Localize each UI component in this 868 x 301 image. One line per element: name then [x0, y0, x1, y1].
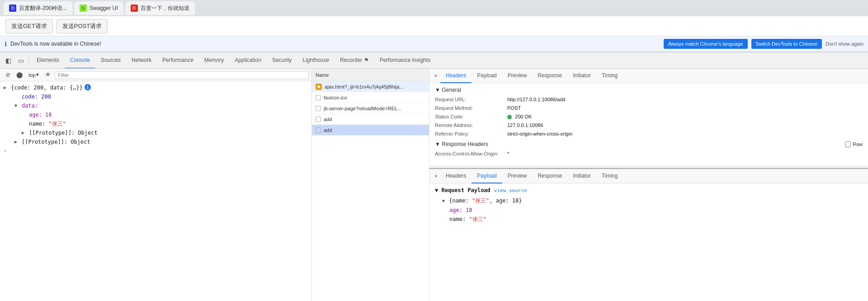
remote-label: Remote Address: [435, 122, 507, 129]
tab-performance[interactable]: Performance [157, 52, 199, 69]
acl-value: * [507, 150, 509, 157]
detail-tab-preview[interactable]: Preview [502, 69, 533, 83]
url-value: http://127.0.0.1:10086/add [507, 96, 565, 103]
network-item-jb[interactable]: jb-server-page?reloadMode=REL... [312, 103, 429, 114]
payload-line-1: ▼ {name: "张三", age: 18} [435, 196, 863, 206]
url-label: Request URL: [435, 96, 507, 103]
console-text-2: code: 200 [22, 93, 51, 100]
tab-recorder[interactable]: Recorder ⚑ [335, 52, 374, 69]
detail-row-remote: Remote Address: 127.0.0.1:10086 [435, 122, 863, 129]
browser-tab-3[interactable]: 百 百度一下，你就知道 [125, 1, 195, 15]
devtools-icon-device[interactable]: ▭ [14, 54, 27, 67]
payload-tab-response[interactable]: Response [532, 169, 567, 183]
network-item-checkbox-5[interactable] [316, 127, 321, 133]
network-name-column: Name [316, 72, 329, 78]
acl-label: Access-Control-Allow-Origin: [435, 150, 507, 157]
response-headers-header[interactable]: ▼ Response Headers Raw [435, 141, 863, 147]
console-panel: ⊘ ⬤ top ▾ 👁 ▶ {code: 200, data: {…}} i [0, 69, 312, 301]
detail-close-button[interactable]: × [431, 71, 440, 80]
status-label: Status Code: [435, 113, 507, 120]
detail-tab-initiator[interactable]: Initiator [567, 69, 596, 83]
tab-application[interactable]: Application [229, 52, 267, 69]
stop-recording-button[interactable]: ⬤ [14, 70, 24, 80]
expand-toggle-1[interactable]: ▶ [4, 84, 6, 91]
console-text-1: {code: 200, data: {…}} [11, 84, 83, 91]
referrer-label: Referrer Policy: [435, 130, 507, 137]
network-item-add-1[interactable]: add [312, 114, 429, 125]
tab-console[interactable]: Console [65, 52, 95, 69]
console-text-5: name: "张三" [29, 120, 66, 127]
payload-text-2: age: 18 [449, 207, 472, 213]
referrer-value: strict-origin-when-cross-origin [507, 130, 572, 137]
payload-toggle-1[interactable]: ▼ [442, 198, 445, 203]
payload-overlay: × Headers Payload Preview Response Initi… [429, 168, 868, 301]
devtools-notice-bar: ℹ DevTools is now available in Chinese! … [0, 36, 868, 52]
tab-separator [29, 56, 29, 65]
tab-lighthouse[interactable]: Lighthouse [297, 52, 335, 69]
console-line-4: age: 18 [0, 110, 311, 119]
notice-text: DevTools is now available in Chinese! [10, 41, 660, 47]
tab-security[interactable]: Security [267, 52, 297, 69]
network-item-checkbox-3[interactable] [316, 106, 321, 111]
devtools-icon-inspect[interactable]: ◧ [2, 54, 14, 67]
expand-toggle-6[interactable]: ▶ [22, 129, 24, 136]
console-filter-input[interactable] [55, 71, 309, 79]
general-section-header[interactable]: ▼ General [435, 87, 863, 93]
console-output: ▶ {code: 200, data: {…}} i code: 200 ▼ d… [0, 81, 311, 301]
network-item-name-5: add [324, 127, 425, 133]
tab-memory[interactable]: Memory [199, 52, 229, 69]
eye-filter-button[interactable]: 👁 [43, 70, 53, 80]
payload-tab-payload[interactable]: Payload [472, 169, 502, 183]
network-item-name-2: favicon.ico [324, 95, 425, 100]
console-text-7: [[Prototype]]: Object [22, 138, 90, 146]
detail-tab-headers[interactable]: Headers [440, 69, 472, 83]
tab-icon-baidu2: 百 [131, 5, 138, 12]
raw-checkbox[interactable] [845, 141, 851, 147]
network-item-checkbox-2[interactable] [316, 95, 321, 100]
switch-devtools-button[interactable]: Switch DevTools to Chinese [751, 39, 822, 49]
tab-title-2: Swagger UI [90, 5, 118, 11]
tab-icon-baidu: 百 [9, 5, 16, 12]
network-item-checkbox-4[interactable] [316, 117, 321, 122]
tab-elements[interactable]: Elements [31, 52, 65, 69]
network-item-ajax[interactable]: ◼ ajax.html?_ijt=b1m4u7j4q45j8lhija... [312, 81, 429, 92]
method-value: POST [507, 104, 521, 112]
network-item-name-1: ajax.html?_ijt=b1m4u7j4q45j8lhija... [325, 84, 425, 89]
info-badge-1: i [85, 84, 91, 90]
network-request-list: ◼ ajax.html?_ijt=b1m4u7j4q45j8lhija... f… [312, 81, 429, 301]
console-text-3: data: [22, 102, 38, 109]
dont-show-button[interactable]: Don't show again [826, 41, 863, 47]
tab-title-1: 百度翻译-200种语... [19, 5, 67, 12]
detail-tab-payload[interactable]: Payload [472, 69, 502, 83]
payload-tab-preview[interactable]: Preview [502, 169, 533, 183]
payload-close-button[interactable]: × [431, 172, 440, 181]
match-language-button[interactable]: Always match Chrome's language [664, 39, 748, 49]
expand-toggle-7[interactable]: ▶ [14, 138, 17, 146]
detail-row-method: Request Method: POST [435, 104, 863, 112]
response-headers-section: ▼ Response Headers Raw Access-Control-Al… [435, 141, 863, 157]
status-text: 200 OK [515, 114, 532, 119]
tab-performance-insights[interactable]: Performance insights [374, 52, 436, 69]
view-source-link[interactable]: view source [494, 188, 527, 193]
context-selector[interactable]: top ▾ [26, 71, 41, 79]
expand-toggle-3[interactable]: ▼ [14, 102, 17, 109]
browser-tab-1[interactable]: 百 百度翻译-200种语... [4, 1, 72, 15]
detail-tab-timing[interactable]: Timing [596, 69, 623, 83]
tab-network[interactable]: Network [126, 52, 157, 69]
browser-tab-2[interactable]: S Swagger UI [74, 1, 123, 15]
console-line-3: ▼ data: [0, 101, 311, 110]
raw-checkbox-container: Raw [845, 141, 863, 147]
console-line-1: ▶ {code: 200, data: {…}} i [0, 83, 311, 92]
console-line-2: code: 200 [0, 92, 311, 101]
clear-console-button[interactable]: ⊘ [3, 70, 13, 80]
payload-tab-headers[interactable]: Headers [440, 169, 472, 183]
payload-tab-timing[interactable]: Timing [596, 169, 623, 183]
tab-title-3: 百度一下，你就知道 [141, 5, 189, 12]
detail-tab-response[interactable]: Response [532, 69, 567, 83]
network-item-add-2[interactable]: add [312, 125, 429, 136]
get-request-button[interactable]: 发送GET请求 [5, 19, 53, 33]
tab-sources[interactable]: Sources [95, 52, 126, 69]
payload-tab-initiator[interactable]: Initiator [567, 169, 596, 183]
post-request-button[interactable]: 发送POST请求 [57, 19, 108, 33]
network-item-favicon[interactable]: favicon.ico [312, 92, 429, 103]
